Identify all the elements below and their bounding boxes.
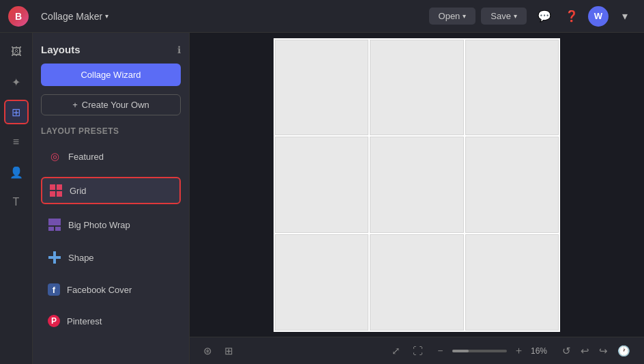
zoom-in-icon[interactable]: ＋ (511, 341, 527, 360)
open-button[interactable]: Open ▾ (429, 8, 476, 25)
presets-title: Layout Presets (41, 126, 181, 136)
preset-item-facebook-cover[interactable]: f Facebook Cover (41, 278, 181, 301)
nav-stickers-icon[interactable]: ≡ (4, 130, 29, 154)
preset-item-featured[interactable]: ◎ Featured (41, 144, 181, 169)
nav-people-icon[interactable]: 👤 (4, 160, 29, 184)
open-chevron-icon: ▾ (463, 12, 466, 20)
grid-cell-3[interactable] (465, 40, 559, 136)
preset-label-grid: Grid (70, 186, 87, 196)
grid-icon (49, 184, 63, 197)
chat-icon-button[interactable]: 💬 (533, 5, 555, 27)
topbar: B Collage Maker ▾ Open ▾ Save ▾ 💬 ❓ W ▾ (0, 0, 644, 33)
grid-cell-5[interactable] (370, 137, 463, 233)
collage-wizard-button[interactable]: Collage Wizard (41, 64, 181, 86)
avatar-letter: W (594, 11, 602, 21)
zoom-out-icon[interactable]: － (433, 341, 448, 360)
svg-rect-2 (50, 191, 55, 197)
save-label: Save (491, 11, 511, 21)
icon-nav: 🖼 ✦ ⊞ ≡ 👤 T (0, 33, 33, 364)
topbar-right: 💬 ❓ W ▾ (533, 5, 636, 27)
refresh-icon[interactable]: ↺ (559, 342, 574, 360)
user-avatar-button[interactable]: W (588, 6, 609, 27)
grid-cell-6[interactable] (465, 137, 559, 233)
svg-rect-1 (57, 184, 62, 190)
preset-item-grid[interactable]: Grid (41, 177, 181, 204)
big-photo-wrap-icon (48, 218, 61, 232)
collage-grid (274, 38, 560, 332)
topbar-center: Open ▾ Save ▾ (429, 8, 527, 25)
preset-item-pinterest[interactable]: P Pinterest (41, 309, 181, 333)
svg-rect-4 (48, 219, 61, 225)
fit-screen-icon[interactable]: ⤢ (389, 342, 403, 360)
bottom-bar: ⊛ ⊞ ⤢ ⛶ － ＋ 16% ↺ ↩ ↪ 🕐 (190, 337, 644, 364)
save-button[interactable]: Save ▾ (481, 8, 527, 25)
preset-item-shape[interactable]: Shape (41, 245, 181, 270)
zoom-area: － ＋ 16% (433, 341, 553, 360)
create-own-label: Create Your Own (82, 100, 149, 110)
nav-layouts-icon[interactable]: ⊞ (4, 100, 29, 124)
pinterest-icon: P (48, 315, 60, 327)
preset-label-shape: Shape (68, 253, 94, 263)
svg-rect-3 (57, 191, 62, 197)
account-chevron-icon-button[interactable]: ▾ (614, 5, 636, 27)
preset-label-pinterest: Pinterest (67, 316, 102, 326)
create-own-button[interactable]: + Create Your Own (41, 94, 181, 115)
featured-icon: ◎ (48, 150, 61, 163)
nav-text-icon[interactable]: T (4, 190, 29, 214)
history-icon[interactable]: 🕐 (615, 342, 633, 360)
create-own-plus-icon: + (72, 100, 78, 110)
help-icon-button[interactable]: ❓ (561, 5, 583, 27)
main-area: 🖼 ✦ ⊞ ≡ 👤 T Layouts ℹ Collage Wizard + C… (0, 33, 644, 364)
app-title-label: Collage Maker (41, 11, 102, 22)
grid-cell-4[interactable] (275, 137, 368, 233)
app-title-button[interactable]: Collage Maker ▾ (35, 8, 114, 25)
svg-rect-0 (50, 184, 55, 190)
preset-label-facebook-cover: Facebook Cover (67, 285, 132, 295)
nav-photos-icon[interactable]: 🖼 (4, 40, 29, 64)
zoom-percent: 16% (531, 346, 553, 356)
undo-icon[interactable]: ↩ (578, 342, 592, 360)
preset-item-big-photo-wrap[interactable]: Big Photo Wrap (41, 212, 181, 237)
svg-rect-8 (48, 256, 61, 259)
shape-icon (48, 251, 61, 264)
sidebar: Layouts ℹ Collage Wizard + Create Your O… (33, 33, 190, 364)
open-label: Open (439, 11, 460, 21)
grid-cell-1[interactable] (275, 40, 368, 136)
layers-icon[interactable]: ⊛ (201, 342, 215, 360)
svg-rect-6 (55, 227, 61, 231)
redo-icon[interactable]: ↪ (596, 342, 611, 360)
nav-filters-icon[interactable]: ✦ (4, 70, 29, 94)
grid-cell-8[interactable] (370, 234, 463, 331)
facebook-icon: f (48, 283, 60, 296)
canvas-area: ⊛ ⊞ ⤢ ⛶ － ＋ 16% ↺ ↩ ↪ 🕐 (190, 33, 644, 364)
svg-rect-5 (48, 227, 54, 231)
bottom-actions: ↺ ↩ ↪ 🕐 (559, 342, 633, 360)
sidebar-header: Layouts ℹ (41, 44, 181, 55)
app-logo: B (8, 6, 29, 27)
grid-cell-7[interactable] (275, 234, 368, 331)
preset-label-big-photo-wrap: Big Photo Wrap (68, 220, 130, 230)
layouts-title: Layouts (41, 44, 80, 55)
grid-cell-9[interactable] (465, 234, 559, 331)
app-title-chevron-icon: ▾ (105, 12, 108, 20)
grid-cell-2[interactable] (370, 40, 463, 136)
save-chevron-icon: ▾ (514, 12, 517, 20)
canvas-content (190, 33, 644, 337)
zoom-slider[interactable] (452, 350, 507, 352)
grid-view-icon[interactable]: ⊞ (222, 342, 236, 360)
info-icon[interactable]: ℹ (177, 44, 181, 55)
preset-label-featured: Featured (68, 152, 104, 162)
crop-icon[interactable]: ⛶ (410, 342, 426, 359)
zoom-slider-fill (452, 350, 469, 352)
